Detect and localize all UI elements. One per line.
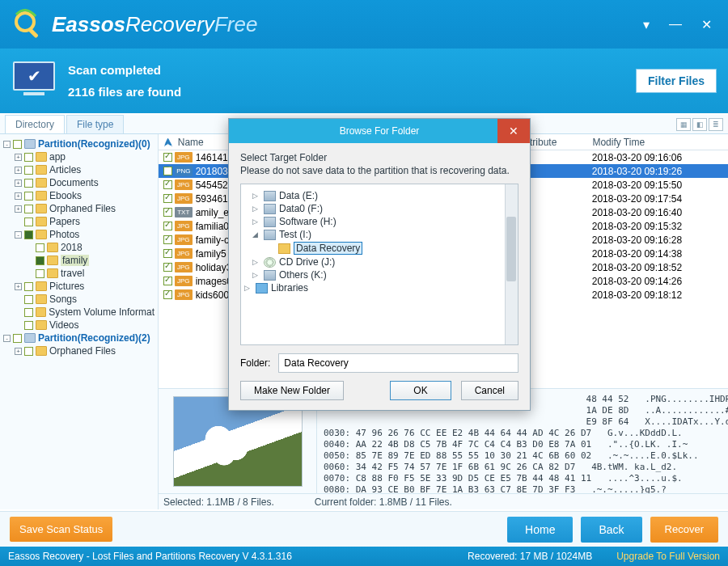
current-folder-summary: Current folder: 1.8MB / 11 Files.	[315, 496, 452, 508]
window-controls: ▾ — ✕	[643, 17, 717, 32]
folder-tree[interactable]: ▷Data (E:)▷Data0 (F:)▷Software (H:)◢Test…	[240, 184, 518, 345]
file-modify-time: 2018-03-20 09:15:32	[592, 221, 728, 232]
back-button[interactable]: Back	[581, 517, 641, 543]
dialog-close-button[interactable]: ✕	[497, 119, 530, 143]
file-checkbox[interactable]	[163, 194, 172, 203]
menu-icon[interactable]: ▾	[643, 17, 650, 32]
folder-tree-item[interactable]: Data Recovery	[267, 241, 514, 256]
folder-tree-item[interactable]: ▷Others (K:)	[252, 268, 514, 281]
file-checkbox[interactable]	[163, 235, 172, 244]
footer-bar: Eassos Recovery - Lost Files and Partiti…	[0, 547, 728, 566]
status-text: Scan completed 2116 files are found	[68, 63, 181, 99]
view-list-icon[interactable]: ≣	[709, 118, 723, 131]
file-type-badge: JPG	[175, 248, 193, 259]
svg-point-0	[16, 13, 34, 31]
ok-button[interactable]: OK	[390, 381, 451, 400]
upgrade-link[interactable]: Upgrade To Full Version	[616, 551, 720, 562]
browse-folder-dialog: Browse For Folder ✕ Select Target Folder…	[228, 118, 531, 411]
directory-tree[interactable]: -Partition(Recognized)(0) +app +Articles…	[0, 134, 159, 509]
file-modify-time: 2018-03-20 09:17:54	[592, 193, 728, 205]
file-checkbox[interactable]	[163, 208, 172, 217]
minimize-icon[interactable]: —	[669, 17, 682, 32]
file-checkbox[interactable]	[163, 180, 172, 189]
file-modify-time: 2018-03-20 09:18:12	[592, 289, 728, 301]
make-new-folder-button[interactable]: Make New Folder	[240, 381, 344, 400]
dialog-title: Browse For Folder ✕	[229, 119, 530, 143]
file-modify-time: 2018-03-20 09:16:06	[592, 152, 728, 163]
file-checkbox[interactable]	[163, 263, 172, 272]
info-strip: Selected: 1.1MB / 8 Files. Current folde…	[159, 493, 728, 509]
save-scan-status-button[interactable]: Save Scan Status	[10, 517, 112, 542]
file-type-badge: JPG	[175, 193, 193, 204]
footer-app-info: Eassos Recovery - Lost Files and Partiti…	[8, 551, 292, 562]
file-modify-time: 2018-03-20 09:15:50	[592, 180, 728, 191]
file-checkbox[interactable]	[163, 290, 172, 299]
view-grid-icon[interactable]: ▦	[676, 118, 691, 131]
home-button[interactable]: Home	[507, 517, 573, 543]
action-bar: Save Scan Status Home Back Recover	[0, 511, 728, 547]
folder-tree-item[interactable]: ▷Libraries	[244, 281, 514, 294]
up-folder-icon[interactable]: ⮝	[163, 137, 178, 148]
file-type-badge: PNG	[175, 166, 193, 176]
file-type-badge: JPG	[175, 180, 193, 190]
file-checkbox[interactable]	[163, 277, 172, 285]
tree-selected-folder[interactable]: family	[26, 254, 154, 267]
cancel-button[interactable]: Cancel	[461, 381, 518, 400]
file-checkbox[interactable]	[163, 249, 172, 258]
folder-input[interactable]	[278, 353, 518, 373]
folder-tree-item[interactable]: ▷Software (H:)	[252, 215, 514, 228]
brand: EassosRecoveryFree	[11, 8, 257, 40]
folder-label: Folder:	[240, 357, 270, 369]
svg-rect-1	[28, 27, 38, 38]
app-logo-icon	[11, 8, 44, 40]
status-strip: ✔ Scan completed 2116 files are found Fi…	[0, 49, 728, 113]
title-bar: EassosRecoveryFree ▾ — ✕	[0, 0, 728, 49]
view-large-icon[interactable]: ◧	[692, 118, 707, 131]
file-modify-time: 2018-03-20 09:14:26	[592, 276, 728, 287]
file-type-badge: JPG	[175, 234, 193, 245]
file-checkbox[interactable]	[163, 153, 172, 162]
scan-status-icon: ✔	[11, 61, 57, 100]
file-modify-time: 2018-03-20 09:19:26	[592, 166, 728, 177]
folder-tree-item[interactable]: ▷Data (E:)	[252, 189, 514, 202]
file-modify-time: 2018-03-20 09:16:28	[592, 234, 728, 246]
file-modify-time: 2018-03-20 09:14:38	[592, 248, 728, 260]
file-type-badge: JPG	[175, 152, 193, 163]
close-icon[interactable]: ✕	[701, 17, 712, 32]
file-checkbox[interactable]	[163, 222, 172, 230]
file-type-badge: JPG	[175, 289, 193, 300]
recover-button[interactable]: Recover	[650, 517, 718, 543]
filter-files-button[interactable]: Filter Files	[636, 69, 717, 93]
tab-file-type[interactable]: File type	[66, 115, 124, 133]
file-type-badge: JPG	[175, 276, 193, 286]
brand-text: EassosRecoveryFree	[52, 12, 257, 37]
file-type-badge: JPG	[175, 221, 193, 231]
file-type-badge: JPG	[175, 262, 193, 272]
folder-tree-item[interactable]: ▷Data0 (F:)	[252, 202, 514, 215]
tab-directory[interactable]: Directory	[5, 115, 65, 133]
footer-recovered: Recovered: 17 MB / 1024MB	[468, 551, 592, 562]
dialog-message: Select Target Folder Please do not save …	[240, 151, 518, 177]
folder-tree-item[interactable]: ◢Test (I:)	[252, 228, 514, 241]
file-type-badge: TXT	[175, 207, 193, 218]
file-checkbox[interactable]	[163, 167, 172, 175]
file-modify-time: 2018-03-20 09:18:52	[592, 262, 728, 273]
selected-summary: Selected: 1.1MB / 8 Files.	[163, 496, 274, 508]
folder-tree-item[interactable]: ▷CD Drive (J:)	[252, 256, 514, 268]
folder-tree-scrollbar[interactable]	[505, 184, 518, 344]
file-modify-time: 2018-03-20 09:16:40	[592, 207, 728, 218]
